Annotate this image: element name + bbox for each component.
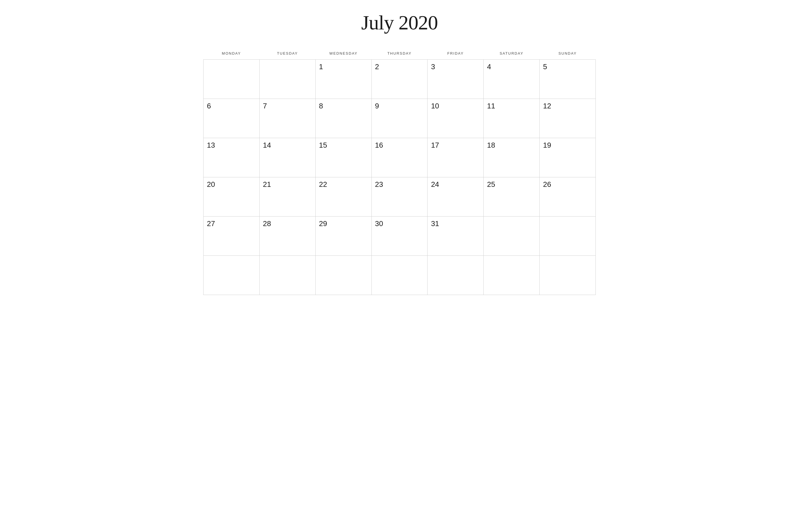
day-number: 4	[487, 62, 491, 71]
calendar-week-row: 6789101112	[203, 99, 596, 138]
calendar-day-15[interactable]: 15	[315, 138, 371, 177]
calendar-empty-cell	[315, 256, 371, 295]
calendar-day-3[interactable]: 3	[428, 60, 484, 99]
day-number: 11	[487, 102, 495, 110]
calendar-day-18[interactable]: 18	[484, 138, 540, 177]
calendar-day-17[interactable]: 17	[428, 138, 484, 177]
calendar-day-13[interactable]: 13	[203, 138, 260, 177]
calendar-empty-cell	[371, 256, 428, 295]
calendar-day-31[interactable]: 31	[428, 216, 484, 256]
day-number: 22	[319, 180, 327, 189]
day-number: 21	[263, 180, 271, 189]
calendar-grid: MONDAYTUESDAYWEDNESDAYTHURSDAYFRIDAYSATU…	[203, 49, 596, 295]
day-number: 10	[431, 102, 439, 110]
day-number: 17	[431, 141, 439, 149]
day-number: 12	[543, 102, 551, 110]
calendar-week-row: 2728293031	[203, 216, 596, 256]
day-number: 14	[263, 141, 271, 149]
day-number: 3	[431, 62, 435, 71]
calendar-day-2[interactable]: 2	[371, 60, 428, 99]
calendar-day-26[interactable]: 26	[540, 177, 596, 216]
calendar-empty-cell	[259, 60, 315, 99]
day-number: 30	[375, 220, 383, 228]
calendar-day-23[interactable]: 23	[371, 177, 428, 216]
day-number: 27	[207, 220, 215, 228]
calendar-empty-cell	[203, 60, 260, 99]
day-header-thursday: THURSDAY	[371, 49, 428, 60]
day-header-saturday: SATURDAY	[484, 49, 540, 60]
day-header-sunday: SUNDAY	[540, 49, 596, 60]
calendar-day-12[interactable]: 12	[540, 99, 596, 138]
day-number: 31	[431, 220, 439, 228]
calendar-day-16[interactable]: 16	[371, 138, 428, 177]
calendar-week-row: 12345	[203, 60, 596, 99]
calendar-day-30[interactable]: 30	[371, 216, 428, 256]
calendar-day-27[interactable]: 27	[203, 216, 260, 256]
calendar-day-19[interactable]: 19	[540, 138, 596, 177]
day-number: 13	[207, 141, 215, 149]
day-number: 18	[487, 141, 495, 149]
calendar-empty-cell	[484, 216, 540, 256]
calendar-day-22[interactable]: 22	[315, 177, 371, 216]
day-header-friday: FRIDAY	[428, 49, 484, 60]
calendar-container: MONDAYTUESDAYWEDNESDAYTHURSDAYFRIDAYSATU…	[203, 49, 596, 295]
calendar-day-28[interactable]: 28	[259, 216, 315, 256]
calendar-empty-cell	[428, 256, 484, 295]
calendar-empty-cell	[203, 256, 260, 295]
day-number: 25	[487, 180, 495, 189]
calendar-day-14[interactable]: 14	[259, 138, 315, 177]
day-number: 16	[375, 141, 383, 149]
calendar-day-20[interactable]: 20	[203, 177, 260, 216]
day-header-wednesday: WEDNESDAY	[315, 49, 371, 60]
calendar-week-row: 20212223242526	[203, 177, 596, 216]
calendar-empty-cell	[540, 256, 596, 295]
day-number: 19	[543, 141, 551, 149]
calendar-day-24[interactable]: 24	[428, 177, 484, 216]
day-number: 26	[543, 180, 551, 189]
day-number: 6	[207, 102, 211, 110]
calendar-empty-cell	[259, 256, 315, 295]
day-number: 20	[207, 180, 215, 189]
calendar-title: July 2020	[361, 11, 438, 35]
day-number: 28	[263, 220, 271, 228]
day-number: 15	[319, 141, 327, 149]
day-number: 2	[375, 62, 379, 71]
day-number: 23	[375, 180, 383, 189]
calendar-day-9[interactable]: 9	[371, 99, 428, 138]
calendar-day-4[interactable]: 4	[484, 60, 540, 99]
calendar-day-7[interactable]: 7	[259, 99, 315, 138]
day-number: 7	[263, 102, 267, 110]
calendar-week-row: 13141516171819	[203, 138, 596, 177]
day-number: 1	[319, 62, 323, 71]
calendar-empty-cell	[484, 256, 540, 295]
calendar-day-25[interactable]: 25	[484, 177, 540, 216]
calendar-empty-cell	[540, 216, 596, 256]
calendar-day-29[interactable]: 29	[315, 216, 371, 256]
day-header-monday: MONDAY	[203, 49, 260, 60]
day-number: 29	[319, 220, 327, 228]
calendar-day-10[interactable]: 10	[428, 99, 484, 138]
day-headers-row: MONDAYTUESDAYWEDNESDAYTHURSDAYFRIDAYSATU…	[203, 49, 596, 60]
calendar-day-21[interactable]: 21	[259, 177, 315, 216]
day-number: 5	[543, 62, 547, 71]
calendar-day-5[interactable]: 5	[540, 60, 596, 99]
calendar-day-6[interactable]: 6	[203, 99, 260, 138]
day-number: 24	[431, 180, 439, 189]
calendar-day-8[interactable]: 8	[315, 99, 371, 138]
day-header-tuesday: TUESDAY	[259, 49, 315, 60]
day-number: 8	[319, 102, 323, 110]
calendar-day-11[interactable]: 11	[484, 99, 540, 138]
day-number: 9	[375, 102, 379, 110]
calendar-week-row	[203, 256, 596, 295]
calendar-day-1[interactable]: 1	[315, 60, 371, 99]
